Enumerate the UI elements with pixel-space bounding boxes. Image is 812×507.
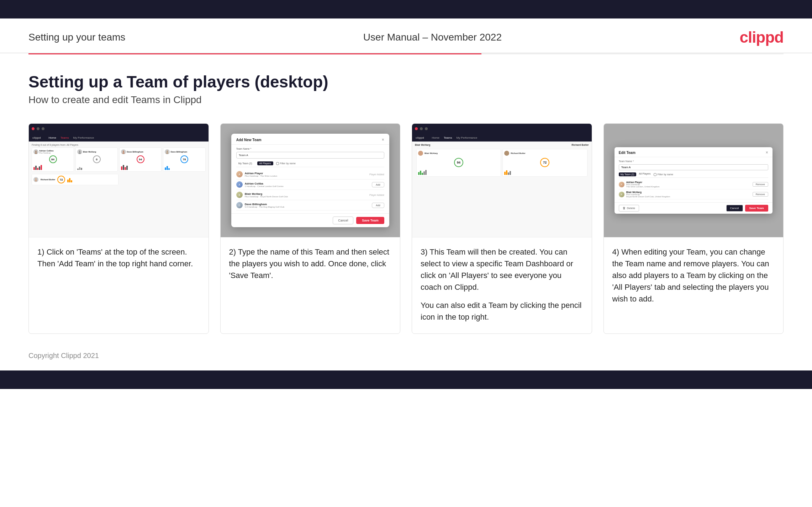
mock-tc1-bars bbox=[418, 169, 499, 175]
mock-tc1-avatar bbox=[418, 151, 423, 156]
mock-app-1: clippd Home Teams My Performance Finding… bbox=[29, 124, 209, 237]
edit-tab-myteam[interactable]: My Team (2) bbox=[619, 172, 636, 176]
edit-avatar-1: A bbox=[619, 182, 624, 187]
mock-player-name-3: Dave Billingham bbox=[127, 151, 143, 153]
edit-p1-name: Adrian Player bbox=[626, 181, 660, 183]
mock-tc1-header: Blair McHarg bbox=[418, 151, 499, 156]
team-name-input[interactable] bbox=[236, 152, 384, 159]
filter-checkbox[interactable] bbox=[276, 162, 279, 165]
modal-player-list: A Adrian Player Plus Handicap · The Shir… bbox=[236, 169, 384, 210]
step-1-desc: 1) Click on 'Teams' at the top of the sc… bbox=[29, 238, 209, 333]
edit-modal-backdrop: Edit Team × Team Name * My Team (2) All … bbox=[604, 124, 784, 237]
filter-label: Filter by name bbox=[280, 162, 296, 165]
step-2-screenshot: Add New Team × Team Name * My Team (2) A… bbox=[221, 124, 400, 238]
edit-save-button[interactable]: Save Team bbox=[745, 205, 768, 212]
modal-p4-detail: 5.9 Handicap · The Dog Maging Golf Club bbox=[245, 206, 284, 208]
modal-p2-name: Adrian Coliba bbox=[245, 182, 284, 185]
modal-add-btn-2[interactable]: Add bbox=[372, 182, 384, 187]
modal-p1-name: Adrian Player bbox=[245, 172, 277, 175]
step-4-screenshot: Edit Team × Team Name * My Team (2) All … bbox=[604, 124, 784, 238]
modal-tab-allplayers[interactable]: All Players bbox=[257, 161, 273, 165]
mock-team-grid: Blair McHarg 94 bbox=[415, 148, 589, 178]
mock-player-1: Adrian Collins Plus Handicap 84 bbox=[32, 148, 74, 172]
mock-team-name-label: Blair McHarg bbox=[415, 144, 430, 146]
edit-filter: Filter by name bbox=[654, 172, 673, 176]
step-3-text-2: You can also edit a Team by clicking the… bbox=[421, 299, 583, 323]
mock-tc1-name: Blair McHarg bbox=[425, 152, 438, 154]
mock-avatar-2 bbox=[77, 149, 82, 154]
edit-modal-title: Edit Team bbox=[619, 151, 636, 155]
mock-score-2: 0 bbox=[93, 155, 101, 163]
header: Setting up your teams User Manual – Nove… bbox=[0, 18, 812, 53]
edit-cancel-button[interactable]: Cancel bbox=[726, 205, 743, 212]
steps-container: clippd Home Teams My Performance Finding… bbox=[0, 116, 812, 348]
edit-modal-header: Edit Team × bbox=[615, 147, 773, 157]
modal-header: Add New Team × bbox=[231, 134, 389, 145]
step-1-screenshot: clippd Home Teams My Performance Finding… bbox=[29, 124, 209, 238]
edit-player-row-2: B Blair McHarg Plus Handicap Royal North… bbox=[619, 190, 768, 199]
edit-player-row-1: A Adrian Player Plus Handicap The Shire … bbox=[619, 180, 768, 190]
modal-save-button[interactable]: Save Team bbox=[356, 217, 384, 224]
edit-team-name-input[interactable] bbox=[619, 164, 768, 170]
mock-logo-3: clippd bbox=[416, 136, 424, 139]
edit-remove-btn-2[interactable]: Remove bbox=[753, 192, 768, 197]
step-2-text: 2) Type the name of this Team and then s… bbox=[229, 246, 392, 281]
page-heading: Setting up a Team of players (desktop) bbox=[28, 72, 784, 91]
mock-players-grid: Adrian Collins Plus Handicap 84 bbox=[32, 148, 206, 172]
edit-player-left-1: A Adrian Player Plus Handicap The Shire … bbox=[619, 181, 660, 188]
modal-player-info-3: Blair McHarg Plus Handicap · Royal North… bbox=[245, 192, 288, 198]
edit-avatar-2: B bbox=[619, 192, 624, 197]
modal-player-avatar-1: A bbox=[236, 171, 243, 177]
step-1-card: clippd Home Teams My Performance Finding… bbox=[28, 123, 209, 334]
svg-point-0 bbox=[35, 151, 37, 152]
header-section-label: Setting up your teams bbox=[28, 32, 125, 43]
edit-modal-close-icon[interactable]: × bbox=[766, 150, 768, 155]
edit-player-left-2: B Blair McHarg Plus Handicap Royal North… bbox=[619, 191, 670, 198]
mock-dot-red-3 bbox=[415, 127, 418, 130]
top-bar bbox=[0, 0, 812, 18]
edit-delete-label: Delete bbox=[627, 207, 635, 210]
edit-filter-checkbox[interactable] bbox=[654, 173, 657, 176]
modal-player-item-2: A Adrian Coliba 1 Handicap · Central Lon… bbox=[236, 180, 384, 190]
step-4-text: 4) When editing your Team, you can chang… bbox=[612, 246, 775, 305]
mock-bars-2 bbox=[77, 164, 116, 170]
mock-player-2: Blair McHarg 0 bbox=[75, 148, 118, 172]
modal-cancel-button[interactable]: Cancel bbox=[333, 217, 353, 224]
mock-score-3: 94 bbox=[137, 155, 144, 163]
mock-dot-3a bbox=[420, 127, 423, 130]
step-3-desc: 3) This Team will then be created. You c… bbox=[412, 238, 592, 333]
mock-team-card-2: Richard Butler 72 bbox=[502, 149, 587, 177]
mock-bottom-player-area: Richard Butler 72 bbox=[32, 174, 206, 185]
add-team-modal: Add New Team × Team Name * My Team (2) A… bbox=[231, 134, 389, 227]
modal-tabs: My Team (2) All Players Filter by name bbox=[236, 161, 384, 167]
mock-score-1: 84 bbox=[49, 155, 57, 163]
edit-filter-label: Filter by name bbox=[658, 173, 673, 176]
mock-dot-1 bbox=[37, 127, 39, 130]
mock-finding-label: Finding 6 out of 8 players from: All Pla… bbox=[32, 144, 206, 146]
mock-tc2-score: 72 bbox=[540, 158, 549, 167]
mock-nav-3-perf: My Performance bbox=[456, 136, 477, 139]
svg-point-4 bbox=[123, 151, 124, 152]
modal-title: Add New Team bbox=[236, 138, 262, 142]
modal-tab-myteam[interactable]: My Team (2) bbox=[236, 161, 254, 165]
modal-p3-status: Player Added bbox=[369, 194, 384, 196]
step-3-text-1: 3) This Team will then be created. You c… bbox=[421, 246, 583, 293]
modal-p2-detail: 1 Handicap · Central London Golf Centre bbox=[245, 185, 284, 187]
step-4-desc: 4) When editing your Team, you can chang… bbox=[604, 238, 784, 333]
modal-player-left-4: D Dave Billingham 5.9 Handicap · The Dog… bbox=[236, 202, 284, 208]
modal-close-icon[interactable]: × bbox=[382, 137, 384, 142]
mock-tc2-bars bbox=[504, 169, 585, 175]
mock-player-name-bottom: Richard Butler bbox=[41, 178, 55, 181]
mock-player-detail-1: Plus Handicap bbox=[39, 152, 54, 154]
modal-player-info-4: Dave Billingham 5.9 Handicap · The Dog M… bbox=[245, 203, 284, 208]
mock-bottom-player-card: Richard Butler 72 bbox=[32, 174, 118, 185]
modal-add-btn-4[interactable]: Add bbox=[372, 203, 384, 208]
clippd-logo: clippd bbox=[739, 28, 784, 46]
edit-remove-btn-1[interactable]: Remove bbox=[753, 182, 768, 187]
step-1-text: 1) Click on 'Teams' at the top of the sc… bbox=[37, 246, 200, 269]
step-2-card: Add New Team × Team Name * My Team (2) A… bbox=[220, 123, 401, 334]
mock-bars-3 bbox=[121, 164, 160, 170]
edit-delete-button[interactable]: 🗑 Delete bbox=[619, 205, 639, 212]
mock-dot-red bbox=[32, 127, 35, 130]
edit-tab-allplayers[interactable]: All Players bbox=[639, 172, 651, 176]
